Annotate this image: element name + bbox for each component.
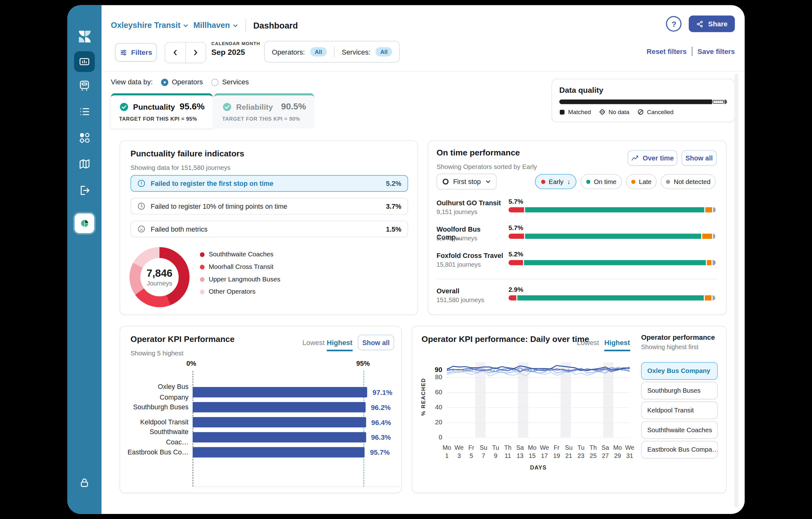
- operator-button-souththwaite[interactable]: Souththwaite Coaches: [641, 421, 718, 439]
- org-selector[interactable]: Oxleyshire Transit: [111, 21, 189, 30]
- chip-on-time[interactable]: On time: [580, 174, 622, 189]
- over-time-label: Over time: [642, 154, 673, 162]
- otp-segment: [713, 234, 715, 239]
- on-time-dot: [586, 180, 590, 184]
- axis-label-95: 95%: [356, 359, 370, 367]
- kpi-lowest-toggle[interactable]: Lowest: [302, 339, 324, 347]
- app-window: Oxleyshire Transit Millhaven Dashboard ?: [67, 5, 745, 514]
- tab-reliability[interactable]: Reliability 90.5% TARGET FOR THIS KPI = …: [214, 93, 315, 129]
- radio-services[interactable]: Services: [211, 78, 249, 86]
- chip-early[interactable]: Early ↓: [535, 174, 576, 189]
- dq-seg-cancelled: [725, 99, 727, 104]
- operator-button-oxley[interactable]: Oxley Bus Company: [641, 362, 718, 380]
- kpi-show-all-button[interactable]: Show all: [358, 335, 394, 350]
- daily-lines-svg: [447, 362, 630, 438]
- help-button[interactable]: ?: [666, 16, 682, 32]
- otp-title: On time performance: [437, 148, 520, 158]
- chip-late[interactable]: Late: [626, 174, 657, 189]
- failure-row-label: Failed to register 10% of timing points …: [151, 202, 287, 210]
- overall-early-percent: 2.9%: [509, 286, 523, 293]
- bar-label: Eastbrook Bus Co…: [127, 447, 188, 458]
- sidebar-item-components[interactable]: [78, 131, 91, 144]
- operator-kpi-card: Operator KPI Performance Showing 5 highe…: [120, 326, 402, 493]
- active-filters-summary[interactable]: Operators: All Services: All: [264, 41, 400, 63]
- failure-row-both-metrics[interactable]: Failed both metrics 1.5%: [130, 221, 408, 237]
- region-selector[interactable]: Millhaven: [193, 21, 238, 30]
- sidebar-item-vehicles[interactable]: [78, 79, 91, 91]
- otp-row: Woolford Bus Comp… 8,843 journeys 5.7%: [437, 224, 719, 248]
- stop-filter-dropdown[interactable]: First stop: [437, 174, 497, 190]
- daily-highest-toggle[interactable]: Highest: [604, 339, 630, 351]
- otp-show-all-button[interactable]: Show all: [682, 150, 717, 166]
- overall-journeys: 151,580 journeys: [437, 297, 484, 304]
- donut-legend-item: Moorhall Cross Transit: [200, 263, 273, 271]
- otp-segment: [707, 260, 712, 266]
- donut-center-label: Journeys: [147, 280, 172, 287]
- sidebar-item-lock[interactable]: [78, 477, 91, 489]
- logout-icon: [78, 184, 91, 197]
- kpi-bar-row: Souththwaite Coac… 96.3%: [193, 432, 391, 442]
- sidebar-item-list[interactable]: [78, 105, 91, 118]
- chip-not-detected[interactable]: Not detected: [661, 174, 716, 189]
- sidebar: [67, 5, 102, 514]
- failure-row-timing-points[interactable]: Failed to register 10% of timing points …: [130, 198, 408, 214]
- shapes-icon: [78, 131, 91, 144]
- header-hairline: [102, 71, 745, 72]
- y-tick: 80: [435, 374, 442, 382]
- donut-legend-item: Upper Langmouth Buses: [200, 275, 280, 283]
- tab-punctuality[interactable]: Punctuality 95.6% TARGET FOR THIS KPI = …: [111, 93, 213, 129]
- failure-row-value: 5.2%: [386, 180, 401, 187]
- chevron-down-icon: [232, 23, 238, 28]
- no-data-diamond-icon: [599, 109, 606, 115]
- chip-early-label: Early: [549, 178, 563, 185]
- legend-matched-label: Matched: [568, 109, 591, 115]
- share-button[interactable]: Share: [689, 16, 735, 32]
- otp-segment: [525, 207, 704, 213]
- otp-stacked-bar: [509, 207, 716, 213]
- early-percent: 5.7%: [509, 198, 523, 205]
- otp-row: Oulhurst GO Transit 9,151 journeys 5.7%: [437, 198, 719, 222]
- tab-reliability-label: Reliability: [236, 102, 273, 111]
- radio-operators[interactable]: Operators: [161, 78, 203, 86]
- legend-label: Moorhall Cross Transit: [209, 263, 273, 271]
- operator-button-keldpool[interactable]: Keldpool Transit: [641, 402, 718, 419]
- next-month-button[interactable]: [186, 43, 206, 63]
- sidebar-item-dashboard[interactable]: [74, 51, 95, 72]
- operator-button-southburgh[interactable]: Southburgh Buses: [641, 382, 718, 399]
- early-percent: 5.2%: [509, 251, 523, 258]
- early-percent: 5.7%: [509, 224, 523, 231]
- sidebar-item-export[interactable]: [78, 184, 91, 197]
- sidebar-item-app-shortcut[interactable]: [75, 213, 94, 233]
- sidebar-item-map[interactable]: [78, 158, 91, 170]
- filters-button[interactable]: Filters: [115, 43, 157, 62]
- chip-not-detected-label: Not detected: [674, 178, 710, 185]
- cancelled-icon: [638, 109, 644, 115]
- tab-punctuality-label: Punctuality: [133, 102, 175, 111]
- matched-swatch-icon: [559, 109, 565, 115]
- radio-services-label: Services: [222, 78, 249, 86]
- axis-label-zero: 0%: [186, 359, 196, 367]
- otp-subtitle: Showing Operators sorted by Early: [437, 163, 537, 170]
- bar: [193, 447, 365, 458]
- save-filters-link[interactable]: Save filters: [698, 47, 735, 55]
- failure-row-first-stop[interactable]: Failed to register the first stop on tim…: [130, 175, 408, 192]
- otp-overall-row: Overall 151,580 journeys 2.9%: [437, 286, 719, 310]
- otp-segment: [713, 260, 716, 266]
- operator-button-eastbrook[interactable]: Eastbrook Bus Compa…: [641, 441, 718, 459]
- sad-face-icon: [137, 225, 145, 233]
- daily-card-title: Operator KPI performance: Daily over tim…: [422, 335, 589, 344]
- failure-card-subtitle: Showing data for 151,580 journeys: [130, 164, 231, 171]
- prev-month-button[interactable]: [165, 43, 185, 63]
- chevron-right-icon: [192, 49, 199, 56]
- reset-filters-link[interactable]: Reset filters: [646, 47, 687, 55]
- bar-chart-icon: [78, 55, 91, 68]
- scrollbar[interactable]: [734, 74, 738, 508]
- kpi-highest-toggle[interactable]: Highest: [327, 339, 352, 351]
- donut-center-value: 7,846: [147, 267, 173, 279]
- over-time-button[interactable]: Over time: [628, 150, 677, 166]
- daily-lowest-toggle[interactable]: Lowest: [577, 339, 599, 347]
- region-name: Millhaven: [193, 21, 230, 30]
- otp-stacked-bar: [509, 260, 716, 266]
- otp-segment: [702, 234, 712, 239]
- filters-separator: [334, 46, 335, 57]
